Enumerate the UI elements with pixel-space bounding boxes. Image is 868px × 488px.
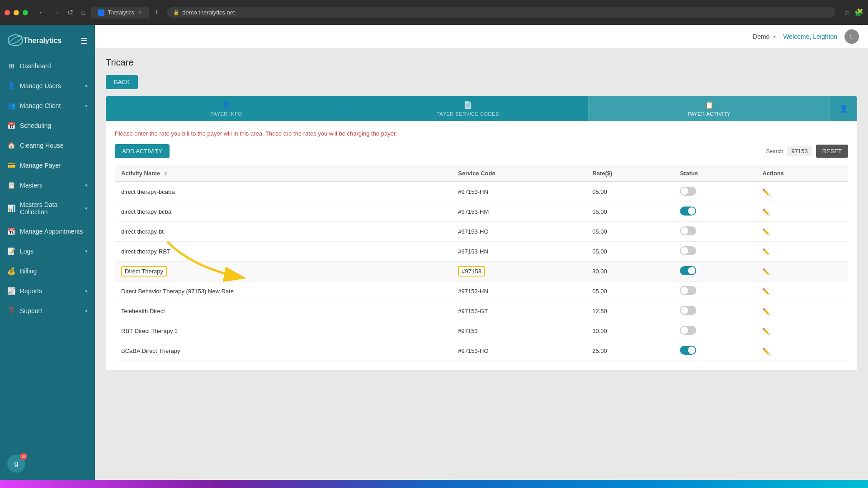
table-row: Direct Behavior Therapy (97153) New Rate… — [115, 282, 848, 301]
tab-payer-info-label: PAYER INFO — [211, 111, 242, 117]
sidebar-item-label: Manage Payer — [20, 162, 61, 169]
edit-icon[interactable]: ✏️ — [762, 347, 770, 355]
highlighted-activity-name: Direct Therapy — [121, 266, 167, 277]
sidebar-item-scheduling[interactable]: 📅 Scheduling — [0, 116, 95, 136]
sidebar-item-support[interactable]: ❓ Support ▾ — [0, 301, 95, 321]
content-area: Please enter the rate you bill to the pa… — [106, 121, 857, 370]
edit-icon[interactable]: ✏️ — [762, 188, 770, 196]
minimize-window-button[interactable] — [14, 10, 19, 15]
add-activity-button[interactable]: ADD ACTIVITY — [115, 144, 170, 158]
payer-activity-icon: 📋 — [705, 101, 714, 109]
tab-payer-info[interactable]: 👤 PAYER INFO — [106, 96, 347, 121]
status-toggle[interactable] — [680, 286, 696, 295]
reset-button[interactable]: RESET — [816, 145, 848, 158]
edit-icon[interactable]: ✏️ — [762, 288, 770, 295]
tab-close-button[interactable]: ✕ — [138, 10, 142, 15]
status-toggle[interactable] — [680, 326, 696, 335]
status-toggle[interactable] — [680, 246, 696, 255]
activity-name-cell: direct therapy-bcaba — [115, 182, 452, 202]
status-toggle[interactable] — [680, 266, 696, 275]
maximize-window-button[interactable] — [23, 10, 28, 15]
reload-button[interactable]: ↺ — [65, 7, 75, 18]
status-cell — [674, 242, 756, 262]
service-code-cell: #97153-HO — [452, 222, 586, 242]
avatar[interactable]: g 30 — [7, 455, 25, 473]
tab-payer-activity[interactable]: 📋 PAYER ACTIVITY — [589, 96, 830, 121]
activity-name-cell: direct therapy-bcba — [115, 202, 452, 222]
edit-icon[interactable]: ✏️ — [762, 208, 770, 216]
sidebar-item-masters-data[interactable]: 📊 Masters Data Collection ▾ — [0, 195, 95, 221]
sidebar-item-manage-users[interactable]: 👤 Manage Users ▾ — [0, 76, 95, 96]
support-icon: ❓ — [7, 307, 15, 315]
actions-cell: ✏️ — [756, 321, 848, 341]
actions-cell: ✏️ — [756, 301, 848, 321]
edit-icon[interactable]: ✏️ — [762, 228, 770, 235]
user-avatar-area: g 30 — [7, 455, 88, 473]
page-title: Tricare — [106, 57, 857, 68]
home-button[interactable]: ⌂ — [78, 8, 87, 18]
edit-icon[interactable]: ✏️ — [762, 268, 770, 275]
status-toggle[interactable] — [680, 226, 696, 235]
edit-icon[interactable]: ✏️ — [762, 328, 770, 335]
chevron-down-icon: ▾ — [85, 103, 88, 109]
sidebar-logo: Theralytics ☰ — [0, 25, 95, 56]
search-label: Search — [766, 148, 783, 155]
sidebar-item-clearing-house[interactable]: 🏠 Clearing House — [0, 136, 95, 155]
welcome-message: Welcome, Leighton — [783, 33, 837, 40]
browser-navigation: ← → ↺ ⌂ — [36, 7, 87, 18]
forward-nav-button[interactable]: → — [51, 8, 62, 18]
sidebar-item-label: Support — [20, 307, 42, 314]
sort-icon[interactable]: ⇕ — [164, 171, 167, 176]
service-code-cell: #97153-HN — [452, 282, 586, 301]
sidebar-item-label: Billing — [20, 267, 37, 275]
rate-cell: 30.00 — [586, 321, 674, 341]
table-row: Direct Therapy#9715330.00✏️ — [115, 262, 848, 282]
security-icon: 🔒 — [173, 9, 179, 15]
masters-icon: 📋 — [7, 181, 15, 189]
sidebar-toggle-icon[interactable]: ☰ — [80, 36, 88, 46]
manage-payer-icon: 💳 — [7, 161, 15, 169]
sidebar-item-dashboard[interactable]: ⊞ Dashboard — [0, 56, 95, 76]
col-service-code: Service Code — [452, 165, 586, 182]
bookmark-icon[interactable]: ☆ — [844, 8, 850, 17]
status-toggle[interactable] — [680, 346, 696, 355]
new-tab-button[interactable]: + — [154, 8, 159, 17]
demo-selector[interactable]: Demo ▾ — [753, 33, 776, 40]
main-content: Tricare BACK 👤 PAYER INFO 📄 PAYER SERVIC… — [95, 48, 868, 480]
billing-icon: 💰 — [7, 267, 15, 275]
service-code-cell: #97153-HO — [452, 341, 586, 361]
browser-tab[interactable]: Theralytics ✕ — [91, 7, 149, 19]
status-cell — [674, 282, 756, 301]
chevron-down-icon: ▾ — [85, 206, 88, 211]
close-window-button[interactable] — [5, 10, 10, 15]
search-area: Search 97153 RESET — [766, 145, 848, 158]
manage-appointments-icon: 📆 — [7, 227, 15, 235]
status-toggle[interactable] — [680, 187, 696, 196]
edit-icon[interactable]: ✏️ — [762, 248, 770, 255]
status-cell — [674, 321, 756, 341]
back-nav-button[interactable]: ← — [36, 8, 48, 18]
sidebar-item-manage-payer[interactable]: 💳 Manage Payer — [0, 155, 95, 175]
user-circle-icon: 👤 — [839, 104, 848, 113]
tab-payer-activity-label: PAYER ACTIVITY — [688, 111, 731, 117]
sidebar-item-masters[interactable]: 📋 Masters ▾ — [0, 175, 95, 195]
status-toggle[interactable] — [680, 306, 696, 315]
tab-payer-service-codes[interactable]: 📄 PAYER SERVICE CODES — [347, 96, 589, 121]
rate-cell: 12.50 — [586, 301, 674, 321]
sidebar-item-reports[interactable]: 📈 Reports ▾ — [0, 281, 95, 301]
sidebar-item-billing[interactable]: 💰 Billing — [0, 261, 95, 281]
sidebar-item-manage-client[interactable]: 👥 Manage Client ▾ — [0, 96, 95, 116]
extensions-icon[interactable]: 🧩 — [854, 8, 863, 17]
back-button[interactable]: BACK — [106, 75, 138, 89]
topbar-avatar[interactable]: L — [844, 29, 859, 44]
top-bar: Demo ▾ Welcome, Leighton L — [95, 25, 868, 48]
address-bar[interactable]: 🔒 demo.theralytics.net — [167, 7, 835, 18]
status-cell — [674, 341, 756, 361]
instruction-text: Please enter the rate you bill to the pa… — [115, 130, 848, 137]
table-row: direct therapy-bcba#97153-HM05.00✏️ — [115, 202, 848, 222]
sidebar-item-label: Manage Users — [20, 82, 61, 89]
sidebar-item-logs[interactable]: 📝 Logs ▾ — [0, 241, 95, 261]
edit-icon[interactable]: ✏️ — [762, 308, 770, 315]
sidebar-item-manage-appointments[interactable]: 📆 Manage Appointments — [0, 221, 95, 241]
status-toggle[interactable] — [680, 206, 696, 216]
